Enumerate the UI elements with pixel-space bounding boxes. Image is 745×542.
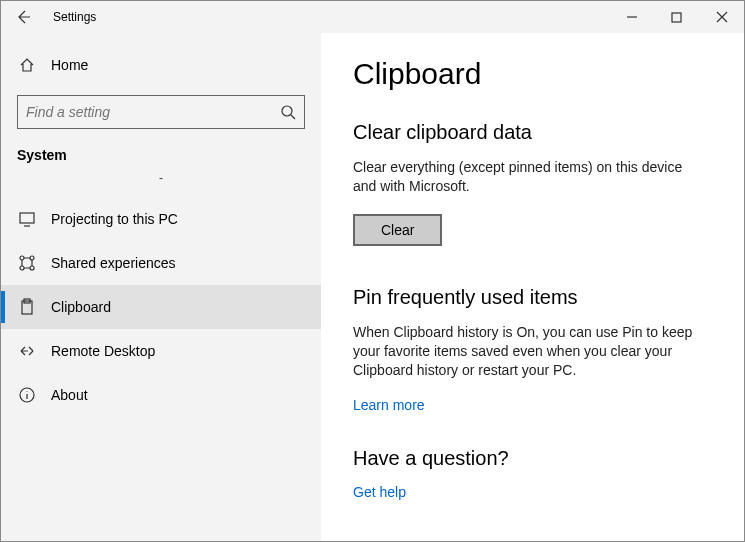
close-icon xyxy=(716,11,728,23)
section-label: System xyxy=(17,147,305,163)
sidebar-item-label: Projecting to this PC xyxy=(51,211,178,227)
svg-point-6 xyxy=(30,266,34,270)
get-help-link[interactable]: Get help xyxy=(353,484,406,500)
home-icon xyxy=(17,56,37,74)
minimize-button[interactable] xyxy=(609,1,654,33)
title-bar: Settings xyxy=(1,1,744,33)
search-input[interactable] xyxy=(26,104,280,120)
separator-dash: - xyxy=(17,171,305,191)
question-title: Have a question? xyxy=(353,447,704,470)
search-icon xyxy=(280,104,296,120)
minimize-icon xyxy=(626,11,638,23)
svg-point-1 xyxy=(282,106,292,116)
search-box[interactable] xyxy=(17,95,305,129)
sidebar-item-remote-desktop[interactable]: Remote Desktop xyxy=(1,329,321,373)
sidebar-item-label: About xyxy=(51,387,88,403)
section-pin-desc: When Clipboard history is On, you can us… xyxy=(353,323,704,380)
remote-desktop-icon xyxy=(17,342,37,360)
sidebar-item-clipboard[interactable]: Clipboard xyxy=(1,285,321,329)
clear-button[interactable]: Clear xyxy=(353,214,442,246)
maximize-icon xyxy=(671,12,682,23)
home-nav[interactable]: Home xyxy=(17,47,305,83)
arrow-left-icon xyxy=(15,9,31,25)
svg-rect-2 xyxy=(20,213,34,223)
clipboard-icon xyxy=(17,298,37,316)
section-clear-title: Clear clipboard data xyxy=(353,121,704,144)
sidebar: Home System - Projecting to this PC Shar… xyxy=(1,33,321,541)
svg-rect-0 xyxy=(672,13,681,22)
main-content: Clipboard Clear clipboard data Clear eve… xyxy=(321,33,744,541)
shared-icon xyxy=(17,254,37,272)
svg-point-3 xyxy=(20,256,24,260)
page-title: Clipboard xyxy=(353,57,704,91)
section-clear-desc: Clear everything (except pinned items) o… xyxy=(353,158,704,196)
section-pin-title: Pin frequently used items xyxy=(353,286,704,309)
maximize-button[interactable] xyxy=(654,1,699,33)
close-button[interactable] xyxy=(699,1,744,33)
sidebar-item-label: Remote Desktop xyxy=(51,343,155,359)
projecting-icon xyxy=(17,210,37,228)
home-label: Home xyxy=(51,57,88,73)
learn-more-link[interactable]: Learn more xyxy=(353,397,425,413)
sidebar-item-label: Shared experiences xyxy=(51,255,176,271)
about-icon xyxy=(17,386,37,404)
svg-point-5 xyxy=(20,266,24,270)
window-title: Settings xyxy=(53,10,96,24)
sidebar-item-shared-experiences[interactable]: Shared experiences xyxy=(1,241,321,285)
sidebar-item-about[interactable]: About xyxy=(1,373,321,417)
back-button[interactable] xyxy=(1,1,45,33)
svg-point-4 xyxy=(30,256,34,260)
sidebar-item-label: Clipboard xyxy=(51,299,111,315)
sidebar-item-projecting[interactable]: Projecting to this PC xyxy=(1,197,321,241)
